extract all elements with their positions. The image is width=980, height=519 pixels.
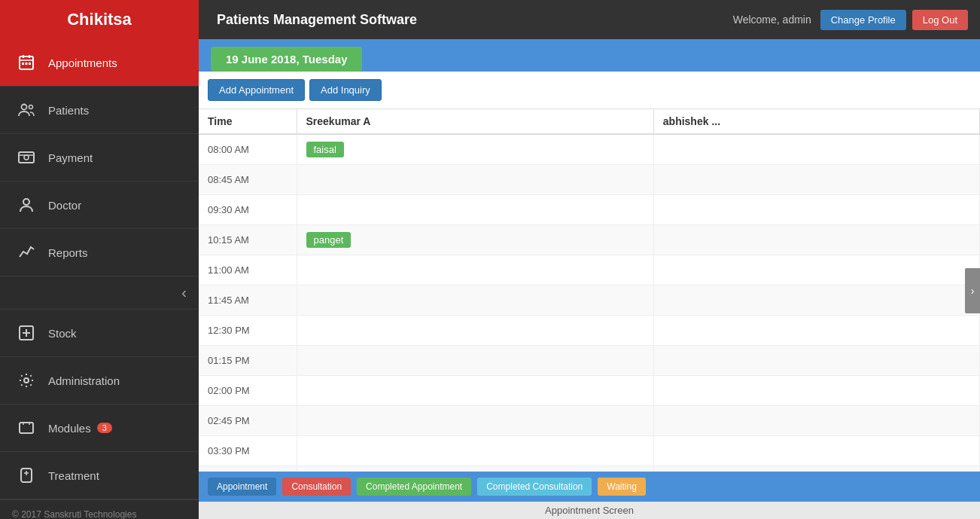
abhishek-cell-2 (653, 194, 979, 224)
sidebar-label-administration: Administration (48, 374, 120, 387)
table-row: 02:45 PM (199, 405, 980, 435)
table-row: 08:45 AM (199, 164, 980, 194)
sreekumar-cell-11 (297, 466, 653, 472)
sreekumar-cell-5 (297, 285, 653, 315)
sreekumar-cell-8 (297, 375, 653, 405)
sreekumar-cell-9 (297, 405, 653, 435)
logout-button[interactable]: Log Out (912, 10, 968, 30)
table-row: 11:00 AM (199, 255, 980, 285)
sidebar-label-doctor: Doctor (48, 199, 81, 212)
sreekumar-cell-7 (297, 345, 653, 375)
table-row: 08:00 AMfaisal (199, 134, 980, 164)
administration-icon (15, 369, 38, 392)
abhishek-cell-10 (653, 435, 979, 466)
time-cell-4: 11:00 AM (199, 255, 297, 285)
calendar-container: 19 June 2018, Tuesday Add Appointment Ad… (199, 39, 980, 502)
sidebar: Appointments Patients Payment Doctor Rep… (0, 39, 199, 519)
abhishek-cell-5 (653, 285, 979, 315)
legend-consultation[interactable]: Consultation (282, 478, 351, 496)
svg-point-16 (24, 378, 29, 383)
app-name-text: Chikitsa (67, 10, 132, 29)
table-row: 11:45 AM (199, 285, 980, 315)
payment-icon (15, 146, 38, 169)
scroll-right-arrow[interactable]: › (965, 268, 980, 313)
treatment-icon (15, 464, 38, 487)
add-appointment-button[interactable]: Add Appointment (208, 79, 305, 101)
abhishek-cell-9 (653, 405, 979, 435)
legend-completed-consultation[interactable]: Completed Consultation (477, 478, 592, 496)
appointments-icon (15, 51, 38, 74)
change-profile-button[interactable]: Change Profile (820, 10, 906, 30)
time-cell-5: 11:45 AM (199, 285, 297, 315)
sidebar-item-patients[interactable]: Patients (0, 87, 199, 134)
svg-point-7 (22, 105, 27, 110)
abhishek-cell-6 (653, 315, 979, 345)
table-row: 01:15 PM (199, 345, 980, 375)
sidebar-item-payment[interactable]: Payment (0, 134, 199, 182)
sidebar-label-reports: Reports (48, 246, 88, 259)
sidebar-item-appointments[interactable]: Appointments (0, 39, 199, 87)
modules-icon (15, 417, 38, 439)
sidebar-item-treatment[interactable]: Treatment (0, 452, 199, 499)
abhishek-cell-11 (653, 466, 979, 472)
sidebar-item-reports[interactable]: Reports (0, 229, 199, 276)
time-cell-7: 01:15 PM (199, 345, 297, 375)
abhishek-cell-4 (653, 255, 979, 285)
svg-rect-4 (22, 63, 24, 65)
sidebar-item-administration[interactable]: Administration (0, 357, 199, 405)
doctor-icon (15, 194, 38, 216)
date-badge: 19 June 2018, Tuesday (211, 47, 362, 72)
sidebar-label-stock: Stock (48, 327, 77, 340)
abhishek-cell-7 (653, 345, 979, 375)
legend-appointment[interactable]: Appointment (208, 478, 276, 496)
table-row: 12:30 PM (199, 315, 980, 345)
table-row: 03:30 PM (199, 435, 980, 466)
legend-completed-appointment[interactable]: Completed Appointment (357, 478, 471, 496)
time-cell-1: 08:45 AM (199, 164, 297, 194)
sreekumar-cell-3[interactable]: panget (297, 224, 653, 255)
bottom-label: Appointment Screen (199, 502, 980, 519)
sidebar-label-patients: Patients (48, 104, 89, 117)
col-header-sreekumar: Sreekumar A (297, 109, 653, 134)
welcome-text: Welcome, admin (733, 14, 811, 26)
app-title: Chikitsa (0, 0, 199, 39)
layout: Appointments Patients Payment Doctor Rep… (0, 39, 980, 519)
svg-point-12 (23, 199, 29, 205)
abhishek-cell-1 (653, 164, 979, 194)
sreekumar-cell-4 (297, 255, 653, 285)
add-inquiry-button[interactable]: Add Inquiry (309, 79, 382, 101)
sidebar-item-modules[interactable]: Modules 3 (0, 405, 199, 452)
time-cell-2: 09:30 AM (199, 194, 297, 224)
sidebar-collapse-btn[interactable]: ‹ (0, 276, 199, 310)
table-row: 10:15 AMpanget (199, 224, 980, 255)
sidebar-item-doctor[interactable]: Doctor (0, 182, 199, 229)
sreekumar-cell-10 (297, 435, 653, 466)
sreekumar-cell-0[interactable]: faisal (297, 134, 653, 164)
time-cell-10: 03:30 PM (199, 435, 297, 466)
main-content: 19 June 2018, Tuesday Add Appointment Ad… (199, 39, 980, 519)
sreekumar-cell-1 (297, 164, 653, 194)
appointment-table-scroll[interactable]: TimeSreekumar Aabhishek ... 08:00 AMfais… (199, 109, 980, 472)
sreekumar-cell-6 (297, 315, 653, 345)
abhishek-cell-3 (653, 224, 979, 255)
svg-point-8 (29, 105, 33, 109)
col-header-time: Time (199, 109, 297, 134)
svg-point-10 (24, 155, 29, 160)
legend-waiting[interactable]: Waiting (598, 478, 646, 496)
time-cell-0: 08:00 AM (199, 134, 297, 164)
appointment-slot-0[interactable]: faisal (306, 142, 344, 157)
sidebar-label-treatment: Treatment (48, 469, 99, 482)
svg-rect-6 (29, 63, 31, 65)
table-row: 02:00 PM (199, 375, 980, 405)
time-cell-9: 02:45 PM (199, 405, 297, 435)
abhishek-cell-8 (653, 375, 979, 405)
table-row: 09:30 AM (199, 194, 980, 224)
badge-modules: 3 (97, 423, 112, 433)
svg-rect-9 (19, 152, 34, 163)
time-cell-8: 02:00 PM (199, 375, 297, 405)
sidebar-item-stock[interactable]: Stock (0, 310, 199, 357)
col-header-abhishek: abhishek ... (653, 109, 979, 134)
appointment-slot-3[interactable]: panget (306, 232, 352, 248)
sreekumar-cell-2 (297, 194, 653, 224)
time-cell-3: 10:15 AM (199, 224, 297, 255)
